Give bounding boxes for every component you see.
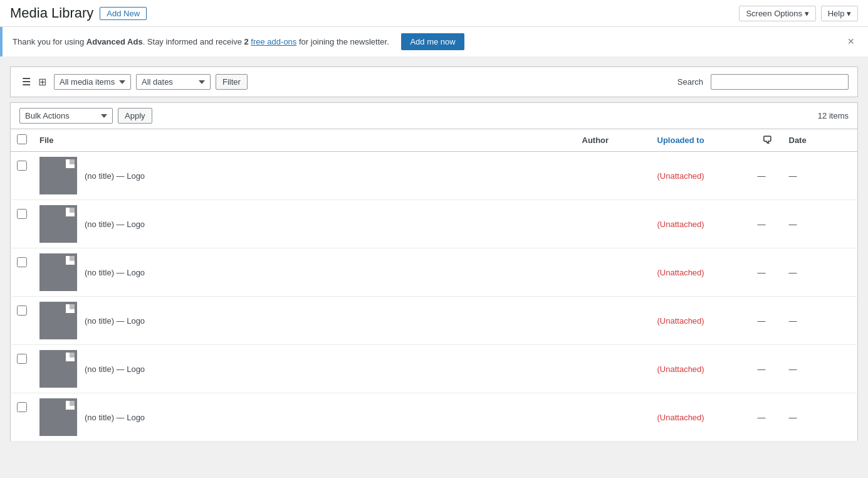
file-title: (no title) — Logo [85,364,145,374]
file-cell: (no title) — Logo [33,248,576,297]
row-checkbox[interactable] [17,161,27,171]
date-column-header: Date [783,129,858,152]
comment-column-header: 🗨 [751,129,783,152]
bulk-actions-group: Bulk Actions Delete Permanently Apply [19,108,152,124]
uploaded-to-cell: (Unattached) [651,200,751,248]
check-all-header [11,129,34,152]
date-filter[interactable]: All dates January 2024 February 2024 [136,74,211,90]
list-view-button[interactable]: ☰ [19,73,33,90]
file-info: (no title) — Logo [85,413,145,422]
comment-count: — [758,171,766,181]
row-checkbox-cell [11,152,34,200]
file-title: (no title) — Logo [85,171,145,181]
date-cell: — [783,152,858,200]
row-checkbox-cell [11,345,34,393]
file-cell: (no title) — Logo [33,297,576,345]
top-right-controls: Screen Options ▾ Help ▾ [739,6,858,21]
add-new-button[interactable]: Add New [100,7,147,20]
grid-view-button[interactable]: ⊞ [36,73,49,90]
author-cell [576,393,651,442]
table-row: (no title) — Logo (Unattached)—— [11,297,858,345]
items-count: 12 items [818,111,849,120]
table-row: (no title) — Logo (Unattached)—— [11,393,858,442]
file-thumbnail [39,398,77,436]
notice-close-button[interactable]: × [844,34,858,50]
date-cell: — [783,345,858,393]
apply-button[interactable]: Apply [118,108,152,124]
free-addons-link[interactable]: free add-ons [251,37,296,46]
date-value: — [789,413,797,422]
comment-cell: — [751,297,783,345]
page-title: Media Library [10,5,93,21]
comment-cell: — [751,152,783,200]
search-label: Search [677,77,703,87]
file-cell: (no title) — Logo [33,393,576,442]
file-thumbnail [39,253,77,291]
check-all-checkbox[interactable] [17,134,27,144]
uploaded-to-cell: (Unattached) [651,152,751,200]
comment-count: — [758,220,766,229]
media-type-filter[interactable]: All media items Images Audio Video Docum… [54,74,131,90]
comment-cell: — [751,200,783,248]
file-title: (no title) — Logo [85,268,145,277]
date-cell: — [783,297,858,345]
comment-count: — [758,268,766,277]
date-cell: — [783,248,858,297]
unattached-label: (Unattached) [657,220,704,229]
file-cell: (no title) — Logo [33,152,576,200]
actions-bar: Bulk Actions Delete Permanently Apply 12… [10,102,858,129]
date-cell: — [783,200,858,248]
table-header: File Author Uploaded to 🗨 Date [11,129,858,152]
table-row: (no title) — Logo (Unattached)—— [11,345,858,393]
table-row: (no title) — Logo (Unattached)—— [11,152,858,200]
view-toggle: ☰ ⊞ [19,73,49,90]
file-thumbnail [39,350,77,388]
row-checkbox[interactable] [17,354,27,364]
notice-bar: Thank you for using Advanced Ads. Stay i… [0,27,868,56]
help-button[interactable]: Help ▾ [821,6,858,21]
row-checkbox[interactable] [17,402,27,412]
screen-options-button[interactable]: Screen Options ▾ [739,6,815,21]
date-value: — [789,171,797,181]
unattached-label: (Unattached) [657,413,704,422]
comment-count: — [758,413,766,422]
row-checkbox[interactable] [17,209,27,219]
row-checkbox[interactable] [17,305,27,316]
row-checkbox[interactable] [17,257,27,267]
file-cell: (no title) — Logo [33,345,576,393]
bulk-actions-select[interactable]: Bulk Actions Delete Permanently [19,108,113,124]
author-cell [576,152,651,200]
author-cell [576,248,651,297]
author-cell [576,345,651,393]
add-me-button[interactable]: Add me now [401,33,464,50]
unattached-label: (Unattached) [657,268,704,277]
comment-count: — [758,316,766,326]
table-body: (no title) — Logo (Unattached)—— (no tit… [11,152,858,442]
file-thumbnail [39,205,77,243]
row-checkbox-cell [11,248,34,297]
uploaded-column-header: Uploaded to [651,129,751,152]
file-cell: (no title) — Logo View [33,200,576,248]
notice-text: Thank you for using Advanced Ads. Stay i… [13,33,464,50]
unattached-label: (Unattached) [657,364,704,374]
comment-cell: — [751,393,783,442]
author-cell [576,297,651,345]
comment-cell: — [751,345,783,393]
uploaded-to-cell: (Unattached) [651,393,751,442]
date-cell: — [783,393,858,442]
comment-icon: 🗨 [762,135,772,146]
file-title: (no title) — Logo [85,316,145,326]
file-column-header: File [33,129,576,152]
date-value: — [789,220,797,229]
file-thumbnail [39,157,77,194]
date-value: — [789,364,797,374]
file-info: (no title) — Logo View [85,220,145,229]
comment-cell: — [751,248,783,297]
search-input[interactable] [711,74,849,90]
unattached-label: (Unattached) [657,316,704,326]
table-row: (no title) — Logo View (Unattached)—— [11,200,858,248]
file-title: (no title) — Logo [85,220,145,229]
uploaded-to-cell: (Unattached) [651,248,751,297]
filter-button[interactable]: Filter [216,74,248,90]
uploaded-to-cell: (Unattached) [651,345,751,393]
